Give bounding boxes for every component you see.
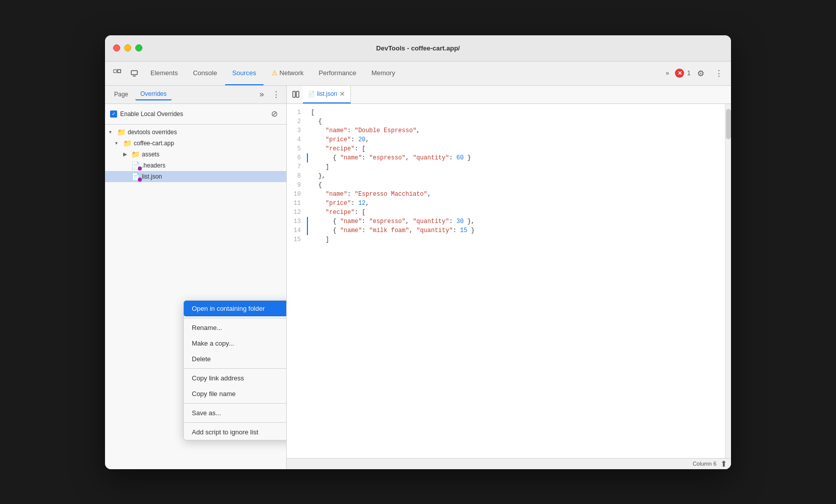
error-count: 1 <box>687 70 691 77</box>
separator-3 <box>184 403 286 404</box>
file-tab-icon: 📄 <box>308 91 315 97</box>
context-menu-delete[interactable]: Delete <box>184 351 286 367</box>
svg-rect-1 <box>118 70 121 73</box>
code-line-6: 6 { "name": "espresso", "quantity": 60 } <box>287 153 725 162</box>
arrow-assets: ▶ <box>123 151 129 157</box>
sidebar-toolbar: ✓ Enable Local Overrides ⊘ <box>105 104 286 125</box>
svg-rect-5 <box>296 91 299 97</box>
status-bar: Column 6 ⬆ <box>287 458 731 469</box>
code-line-5: 5 "recipe": [ <box>287 144 725 153</box>
tree-item-listjson[interactable]: ▶ 📄 list.json <box>105 171 286 182</box>
context-menu-copy-link[interactable]: Copy link address <box>184 370 286 386</box>
more-options-icon[interactable]: ⋮ <box>711 65 727 81</box>
tree-item-headers[interactable]: ▶ 📄 .headers <box>105 160 286 171</box>
file-icon-listjson: 📄 <box>131 173 140 181</box>
minimize-button[interactable] <box>124 44 131 51</box>
sidebar-tab-page[interactable]: Page <box>109 89 133 100</box>
main-area: Page Overrides » ⋮ ✓ Enable Local Overri… <box>105 86 731 469</box>
tree-label-devtools-overrides: devtools overrides <box>128 129 177 136</box>
sidebar-more-button[interactable]: » <box>257 88 266 101</box>
context-menu-rename[interactable]: Rename... <box>184 320 286 335</box>
code-line-7: 7 ] <box>287 162 725 172</box>
svg-rect-0 <box>114 70 117 73</box>
traffic-lights <box>113 44 142 51</box>
context-menu-save-as[interactable]: Save as... <box>184 405 286 421</box>
code-line-4: 4 "price": 20, <box>287 135 725 144</box>
title-bar: DevTools - coffee-cart.app/ <box>105 35 731 62</box>
file-tab-label: list.json <box>317 90 337 97</box>
tab-bar-right: » ✕ 1 ⚙ ⋮ <box>662 65 727 81</box>
enable-overrides-label[interactable]: ✓ Enable Local Overrides <box>110 110 183 118</box>
code-line-14: 14 { "name": "milk foam", "quantity": 15… <box>287 226 725 235</box>
context-menu: Open in containing folder Rename... Make… <box>183 300 286 440</box>
code-line-13: 13 { "name": "espresso", "quantity": 30 … <box>287 217 725 226</box>
file-tab-close-button[interactable]: ✕ <box>339 90 345 97</box>
devtools-window: DevTools - coffee-cart.app/ Elements Con… <box>105 35 731 469</box>
tree-item-devtools-overrides[interactable]: ▾ 📁 devtools overrides <box>105 127 286 138</box>
sidebar-tree: ▾ 📁 devtools overrides ▾ 📁 coffee-cart.a… <box>105 125 286 469</box>
editor-area: 📄 list.json ✕ 1 [ 2 { 3 <box>287 86 731 469</box>
tree-label-assets: assets <box>142 151 160 158</box>
inspect-icon[interactable] <box>109 65 125 81</box>
svg-rect-3 <box>133 76 136 77</box>
sidebar-tabs: Page Overrides » ⋮ <box>105 86 286 104</box>
window-title: DevTools - coffee-cart.app/ <box>376 44 460 52</box>
code-line-10: 10 "name": "Espresso Macchiato", <box>287 190 725 199</box>
svg-rect-2 <box>131 71 137 75</box>
arrow-devtools-overrides: ▾ <box>109 129 115 135</box>
file-icon-headers: 📄 <box>131 161 140 170</box>
tab-console[interactable]: Console <box>186 61 224 85</box>
tree-label-listjson: list.json <box>142 173 162 180</box>
code-line-2: 2 { <box>287 117 725 126</box>
code-line-1: 1 [ <box>287 108 725 117</box>
code-line-15: 15 ] <box>287 235 725 244</box>
arrow-coffee-cart: ▾ <box>115 140 121 146</box>
tab-elements[interactable]: Elements <box>143 61 185 85</box>
code-line-12: 12 "recipe": [ <box>287 208 725 217</box>
context-menu-open-folder[interactable]: Open in containing folder <box>184 301 286 316</box>
svg-rect-4 <box>293 91 295 97</box>
code-line-3: 3 "name": "Double Espresso", <box>287 126 725 135</box>
error-badge: ✕ <box>675 69 684 78</box>
tab-bar: Elements Console Sources ⚠ Network Perfo… <box>105 62 731 86</box>
sidebar: Page Overrides » ⋮ ✓ Enable Local Overri… <box>105 86 287 469</box>
editor-scrollbar-track <box>725 104 731 458</box>
code-editor[interactable]: 1 [ 2 { 3 "name": "Double Espresso", 4 " <box>287 104 725 458</box>
sidebar-tab-overrides[interactable]: Overrides <box>135 88 172 100</box>
editor-wrapper: 1 [ 2 { 3 "name": "Double Espresso", 4 " <box>287 104 731 458</box>
code-line-11: 11 "price": 12, <box>287 199 725 208</box>
separator-4 <box>184 422 286 423</box>
context-menu-copy-name[interactable]: Copy file name <box>184 386 286 402</box>
tab-network[interactable]: ⚠ Network <box>265 61 311 85</box>
folder-icon-devtools: 📁 <box>117 128 126 136</box>
settings-icon[interactable]: ⚙ <box>693 65 709 81</box>
separator-2 <box>184 368 286 369</box>
context-menu-add-ignore[interactable]: Add script to ignore list <box>184 424 286 440</box>
folder-icon-assets: 📁 <box>131 150 140 158</box>
column-status: Column 6 <box>693 461 716 467</box>
sidebar-options-button[interactable]: ⋮ <box>270 88 282 101</box>
folder-icon-coffee-cart: 📁 <box>123 139 132 147</box>
device-icon[interactable] <box>126 65 142 81</box>
maximize-button[interactable] <box>135 44 142 51</box>
tree-label-coffee-cart: coffee-cart.app <box>134 140 174 147</box>
tree-label-headers: .headers <box>142 162 166 169</box>
more-tabs-button[interactable]: » <box>662 68 673 79</box>
no-overrides-icon[interactable]: ⊘ <box>267 107 281 121</box>
tab-memory[interactable]: Memory <box>364 61 402 85</box>
editor-tabs: 📄 list.json ✕ <box>287 86 731 104</box>
tab-performance[interactable]: Performance <box>311 61 363 85</box>
sidebar-toggle-button[interactable] <box>289 87 303 101</box>
status-icon[interactable]: ⬆ <box>720 459 727 469</box>
enable-overrides-checkbox[interactable]: ✓ <box>110 110 117 118</box>
tab-sources[interactable]: Sources <box>225 61 264 85</box>
close-button[interactable] <box>113 44 120 51</box>
tree-item-assets[interactable]: ▶ 📁 assets <box>105 149 286 160</box>
file-tab-listjson[interactable]: 📄 list.json ✕ <box>303 86 351 104</box>
tree-item-coffee-cart[interactable]: ▾ 📁 coffee-cart.app <box>105 138 286 149</box>
code-line-9: 9 { <box>287 181 725 190</box>
context-menu-make-copy[interactable]: Make a copy... <box>184 335 286 351</box>
separator-1 <box>184 318 286 318</box>
tab-list: Elements Console Sources ⚠ Network Perfo… <box>109 61 402 85</box>
editor-scrollbar-thumb[interactable] <box>726 109 731 139</box>
